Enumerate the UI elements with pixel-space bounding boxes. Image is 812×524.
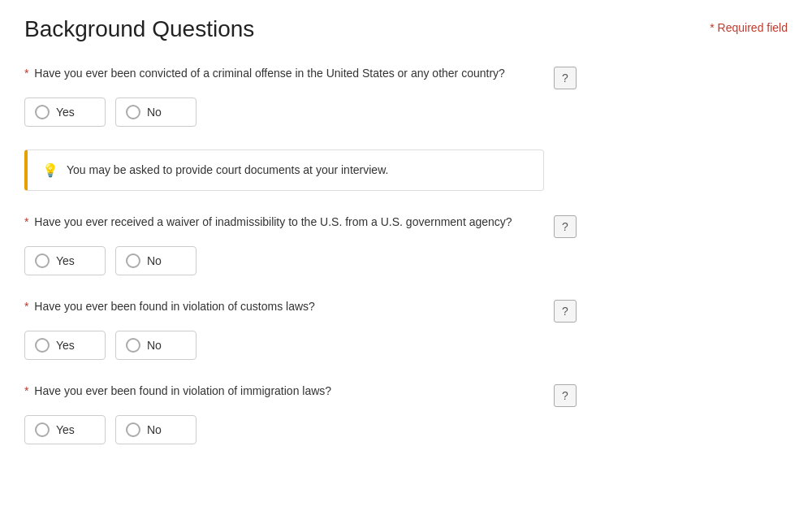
radio-circle-yes-3 [35, 338, 50, 353]
page-title: Background Questions [24, 16, 254, 42]
question-label-1: * Have you ever been convicted of a crim… [24, 65, 554, 82]
question-block-2: * Have you ever received a waiver of ina… [24, 214, 577, 275]
required-star-2: * [24, 215, 28, 228]
question-label-2: * Have you ever received a waiver of ina… [24, 214, 554, 231]
radio-no-4[interactable]: No [115, 415, 197, 444]
radio-group-4: Yes No [24, 415, 577, 444]
radio-yes-label-3: Yes [56, 339, 75, 352]
question-label-3: * Have you ever been found in violation … [24, 298, 554, 315]
radio-circle-no-4 [126, 422, 140, 437]
question-text-1: Have you ever been convicted of a crimin… [34, 67, 505, 80]
radio-no-label-2: No [147, 254, 162, 267]
question-block-1: * Have you ever been convicted of a crim… [24, 65, 577, 127]
info-box-text: You may be asked to provide court docume… [67, 162, 388, 179]
required-field-note: * Required field [710, 16, 788, 34]
radio-yes-2[interactable]: Yes [24, 246, 106, 275]
question-text-4: Have you ever been found in violation of… [34, 384, 331, 397]
question-block-3: * Have you ever been found in violation … [24, 298, 577, 360]
radio-circle-yes-2 [35, 253, 50, 268]
radio-no-label-3: No [147, 339, 162, 352]
radio-no-label-1: No [147, 106, 162, 119]
radio-no-label-4: No [147, 423, 162, 436]
lightbulb-icon: 💡 [42, 162, 58, 178]
radio-group-3: Yes No [24, 331, 577, 360]
radio-circle-no-3 [126, 338, 140, 353]
radio-no-3[interactable]: No [115, 331, 197, 360]
info-box: 💡 You may be asked to provide court docu… [24, 149, 544, 191]
page-header: Background Questions * Required field [24, 16, 788, 42]
radio-yes-1[interactable]: Yes [24, 97, 106, 127]
help-button-2[interactable]: ? [554, 215, 577, 238]
help-button-4[interactable]: ? [554, 384, 577, 407]
radio-yes-label-4: Yes [56, 423, 75, 436]
question-text-3: Have you ever been found in violation of… [34, 300, 315, 313]
radio-circle-yes-4 [35, 422, 50, 437]
radio-no-1[interactable]: No [115, 97, 197, 127]
question-row-4: * Have you ever been found in violation … [24, 383, 577, 407]
help-button-3[interactable]: ? [554, 300, 577, 323]
radio-no-2[interactable]: No [115, 246, 197, 275]
question-row-3: * Have you ever been found in violation … [24, 298, 577, 323]
question-text-2: Have you ever received a waiver of inadm… [34, 215, 512, 228]
required-star-3: * [24, 300, 28, 313]
radio-yes-label-2: Yes [56, 254, 75, 267]
question-row-2: * Have you ever received a waiver of ina… [24, 214, 577, 238]
help-button-1[interactable]: ? [554, 67, 577, 89]
radio-circle-yes-1 [35, 105, 50, 119]
required-star-4: * [24, 384, 28, 397]
radio-group-2: Yes No [24, 246, 577, 275]
radio-yes-3[interactable]: Yes [24, 331, 106, 360]
radio-yes-4[interactable]: Yes [24, 415, 106, 444]
question-block-4: * Have you ever been found in violation … [24, 383, 577, 444]
radio-circle-no-2 [126, 253, 140, 268]
radio-yes-label-1: Yes [56, 106, 75, 119]
radio-circle-no-1 [126, 105, 140, 119]
radio-group-1: Yes No [24, 97, 577, 127]
question-label-4: * Have you ever been found in violation … [24, 383, 554, 400]
question-row-1: * Have you ever been convicted of a crim… [24, 65, 577, 89]
required-star-1: * [24, 67, 28, 80]
